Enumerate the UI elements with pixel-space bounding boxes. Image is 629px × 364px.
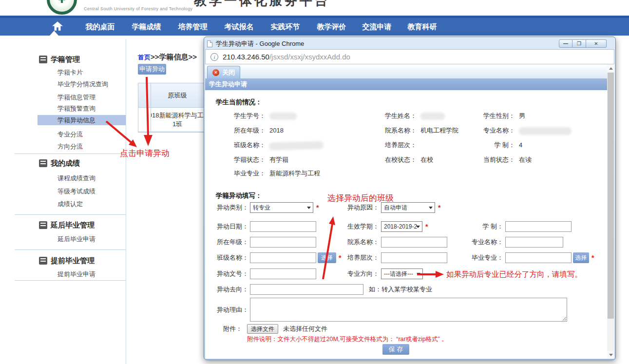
direction-label: 专业方向： — [336, 268, 379, 279]
sidebar-item-score-verify[interactable]: 成绩认定 — [0, 199, 126, 209]
doc-no-input[interactable] — [250, 268, 316, 279]
doc-no-label: 异动文号： — [205, 268, 248, 279]
nav-item-evaluate[interactable]: 教学评价 — [308, 18, 355, 36]
class-label: 班级名称： — [217, 140, 266, 151]
sidebar-section-divider — [15, 280, 126, 281]
current-status-label: 当前状态： — [466, 154, 515, 165]
url-host: 210.43.246.50 — [223, 53, 269, 61]
gender-value: 男 — [519, 111, 525, 121]
nav-item-practice[interactable]: 实践环节 — [262, 18, 308, 36]
close-tab-label: 关闭 — [222, 68, 235, 77]
scroll-down-icon[interactable] — [607, 351, 614, 359]
sidebar-item-early-apply[interactable]: 提前毕业申请 — [0, 269, 126, 279]
nav-item-research[interactable]: 教育科研 — [399, 18, 445, 36]
sidebar-section-early-grad: 提前毕业管理 — [0, 256, 126, 266]
term-label: 生效学期： — [336, 221, 379, 232]
grad-major-select-button[interactable]: 选择 — [573, 252, 589, 263]
sidebar-item-level-exam[interactable]: 等级考试成绩 — [0, 186, 126, 196]
info-icon[interactable]: i — [210, 53, 218, 61]
home-icon — [52, 21, 63, 31]
direction-select[interactable]: ---请选择--- — [381, 268, 423, 279]
sidebar-divider — [126, 39, 126, 364]
student-name-redacted — [420, 113, 445, 120]
sidebar-item-credit-query[interactable]: 毕业学分情况查询 — [0, 79, 126, 89]
years-input[interactable] — [505, 221, 572, 232]
sidebar-item-course-score[interactable]: 课程成绩查询 — [0, 173, 126, 183]
table-header-index-cell — [138, 83, 151, 107]
close-circle-icon: ✕ — [212, 69, 219, 76]
level-input[interactable] — [381, 252, 447, 263]
sidebar-item-yidong-info[interactable]: 学籍异动信息 — [38, 115, 126, 125]
yidong-type-label: 异动类别： — [205, 202, 248, 213]
yidong-reason-select[interactable]: 自动申请 — [381, 202, 435, 213]
reg-status-label: 学籍状态： — [217, 154, 266, 165]
dept-form-label: 院系名称： — [336, 237, 379, 248]
grade-input[interactable] — [250, 237, 316, 248]
maximize-icon[interactable]: ❐ — [572, 39, 586, 48]
popup-window-title: 学生异动申请 - Google Chrome — [216, 39, 304, 48]
nav-item-training[interactable]: 培养管理 — [170, 18, 216, 36]
minimize-icon[interactable]: — — [559, 39, 572, 48]
sidebar-item-info-manage[interactable]: 学籍信息管理 — [0, 92, 126, 102]
nav-home[interactable] — [43, 20, 72, 32]
yidong-type-select[interactable]: 转专业 — [250, 202, 313, 213]
current-info-title: 学生当前情况： — [216, 98, 262, 107]
sidebar-item-xueji-card[interactable]: 学籍卡片 — [0, 67, 126, 77]
original-class-table: 原班级 2018新能源科学与工程 1班 — [138, 83, 204, 133]
breadcrumb-home-link[interactable]: 首页 — [138, 54, 151, 61]
class-form-label: 班级名称： — [205, 252, 248, 263]
close-tab-button[interactable]: ✕ 关闭 — [207, 66, 240, 78]
required-mark: * — [425, 221, 428, 232]
sidebar-item-delay-apply[interactable]: 延后毕业申请 — [0, 234, 126, 244]
popup-toolbar: ✕ 关闭 — [205, 64, 607, 78]
save-button[interactable]: 保 存 — [382, 344, 409, 355]
major-input[interactable] — [505, 237, 563, 248]
class-select-button[interactable]: 选择 — [318, 252, 336, 263]
required-mark: * — [591, 252, 594, 263]
sidebar-item-warn-query[interactable]: 学籍预警查询 — [0, 103, 126, 114]
sidebar-section-delay-grad: 延后毕业管理 — [0, 220, 126, 230]
url-path: /jsxsd/xsxj/xsydxxAdd.do — [269, 53, 350, 61]
class-input[interactable] — [250, 252, 316, 263]
reason-textarea[interactable] — [250, 298, 567, 322]
campus-status-value: 在校 — [420, 154, 433, 165]
dept-input[interactable] — [381, 237, 447, 248]
nav-item-exchange[interactable]: 交流申请 — [354, 18, 400, 36]
apply-yidong-button[interactable]: 申请异动 — [138, 64, 166, 75]
level-form-label: 培养层次： — [336, 252, 379, 263]
popup-scrollbar[interactable] — [607, 64, 614, 359]
url-bar[interactable]: i 210.43.246.50/jsxsd/xsxj/xsydxxAdd.do — [205, 49, 614, 64]
sidebar-item-direction-split[interactable]: 方向分流 — [0, 141, 126, 152]
sidebar-item-major-split[interactable]: 专业分流 — [0, 129, 126, 139]
nav-item-desktop[interactable]: 我的桌面 — [77, 18, 123, 36]
choose-file-button[interactable]: 选择文件 — [247, 324, 278, 334]
notes-icon — [39, 257, 47, 265]
platform-title: 教学一体化服务平台 — [194, 0, 330, 9]
nav-item-exam[interactable]: 考试报名 — [216, 18, 262, 36]
grad-major-input[interactable] — [505, 252, 572, 263]
popup-form-content: 学生当前情况： 学生学号： 学生姓名： 学生性别： 男 所在年级： 2018 院… — [205, 90, 607, 359]
popup-titlebar[interactable]: 学生异动申请 - Google Chrome — ❐ ✕ — [205, 38, 614, 49]
notes-icon — [39, 56, 47, 63]
years-form-label: 学 制： — [460, 221, 503, 232]
dest-input[interactable] — [250, 284, 363, 295]
popup-page-area: ✕ 关闭 学生异动申请 学生当前情况： 学生学号： 学生姓名： 学生性别： 男 … — [205, 64, 614, 359]
yidong-date-input[interactable] — [250, 221, 316, 232]
window-controls: — ❐ ✕ — [559, 39, 607, 48]
level-label: 培养层次： — [368, 140, 417, 151]
required-mark: * — [316, 202, 319, 213]
notes-icon — [39, 159, 47, 167]
close-window-icon[interactable]: ✕ — [586, 39, 607, 48]
gender-label: 学生性别： — [466, 111, 515, 121]
student-no-redacted — [269, 113, 297, 120]
term-select[interactable]: 2018-2019-2 — [381, 221, 422, 232]
grade-value: 2018 — [269, 125, 284, 136]
nav-item-records[interactable]: 学籍成绩 — [123, 18, 170, 36]
scroll-up-icon[interactable] — [607, 64, 614, 72]
sidebar-section-xueji: 学籍管理 — [0, 55, 126, 64]
table-header-row: 原班级 — [138, 83, 204, 108]
dept-value: 机电工程学院 — [420, 125, 458, 136]
scrollbar-thumb[interactable] — [608, 73, 614, 319]
breadcrumb-rest: >>学籍信息>> — [151, 53, 197, 61]
chevron-down-icon — [417, 273, 420, 275]
